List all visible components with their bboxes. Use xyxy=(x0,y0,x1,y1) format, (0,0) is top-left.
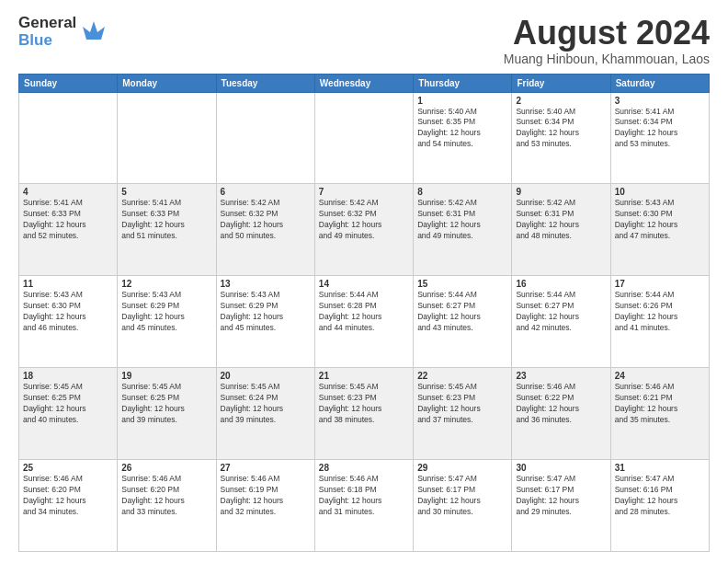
day-cell: 25Sunrise: 5:46 AM Sunset: 6:20 PM Dayli… xyxy=(19,460,118,552)
day-info: Sunrise: 5:43 AM Sunset: 6:29 PM Dayligh… xyxy=(121,290,211,334)
day-number: 1 xyxy=(417,96,507,106)
calendar-table: SundayMondayTuesdayWednesdayThursdayFrid… xyxy=(18,74,710,552)
day-number: 13 xyxy=(221,279,311,289)
day-number: 12 xyxy=(121,279,211,289)
day-info: Sunrise: 5:46 AM Sunset: 6:22 PM Dayligh… xyxy=(516,382,606,426)
day-number: 24 xyxy=(615,371,705,381)
day-info: Sunrise: 5:40 AM Sunset: 6:35 PM Dayligh… xyxy=(417,107,507,151)
day-info: Sunrise: 5:47 AM Sunset: 6:17 PM Dayligh… xyxy=(417,474,507,518)
day-info: Sunrise: 5:43 AM Sunset: 6:30 PM Dayligh… xyxy=(615,198,705,242)
day-cell: 4Sunrise: 5:41 AM Sunset: 6:33 PM Daylig… xyxy=(19,184,118,276)
day-number: 23 xyxy=(516,371,606,381)
day-info: Sunrise: 5:44 AM Sunset: 6:27 PM Dayligh… xyxy=(516,290,606,334)
col-header-wednesday: Wednesday xyxy=(314,74,413,92)
day-cell: 15Sunrise: 5:44 AM Sunset: 6:27 PM Dayli… xyxy=(414,276,512,368)
day-cell xyxy=(19,92,118,184)
day-info: Sunrise: 5:41 AM Sunset: 6:33 PM Dayligh… xyxy=(121,198,211,242)
day-info: Sunrise: 5:45 AM Sunset: 6:24 PM Dayligh… xyxy=(221,382,311,426)
day-info: Sunrise: 5:42 AM Sunset: 6:32 PM Dayligh… xyxy=(319,198,409,242)
week-row-5: 25Sunrise: 5:46 AM Sunset: 6:20 PM Dayli… xyxy=(19,460,710,552)
day-cell: 10Sunrise: 5:43 AM Sunset: 6:30 PM Dayli… xyxy=(610,184,709,276)
day-number: 17 xyxy=(615,279,705,289)
day-cell: 26Sunrise: 5:46 AM Sunset: 6:20 PM Dayli… xyxy=(118,460,216,552)
day-info: Sunrise: 5:47 AM Sunset: 6:16 PM Dayligh… xyxy=(615,474,705,518)
day-number: 29 xyxy=(417,463,507,473)
day-cell: 6Sunrise: 5:42 AM Sunset: 6:32 PM Daylig… xyxy=(216,184,314,276)
day-number: 10 xyxy=(615,187,705,197)
day-number: 20 xyxy=(221,371,311,381)
day-number: 11 xyxy=(23,279,113,289)
day-cell: 28Sunrise: 5:46 AM Sunset: 6:18 PM Dayli… xyxy=(314,460,413,552)
day-number: 3 xyxy=(615,96,705,106)
day-info: Sunrise: 5:40 AM Sunset: 6:34 PM Dayligh… xyxy=(516,107,606,151)
day-cell xyxy=(314,92,413,184)
day-cell: 29Sunrise: 5:47 AM Sunset: 6:17 PM Dayli… xyxy=(414,460,512,552)
day-cell: 31Sunrise: 5:47 AM Sunset: 6:16 PM Dayli… xyxy=(610,460,709,552)
day-number: 8 xyxy=(417,187,507,197)
day-number: 27 xyxy=(221,463,311,473)
day-info: Sunrise: 5:46 AM Sunset: 6:20 PM Dayligh… xyxy=(121,474,211,518)
day-cell: 14Sunrise: 5:44 AM Sunset: 6:28 PM Dayli… xyxy=(314,276,413,368)
day-info: Sunrise: 5:45 AM Sunset: 6:23 PM Dayligh… xyxy=(417,382,507,426)
day-number: 28 xyxy=(319,463,409,473)
week-row-3: 11Sunrise: 5:43 AM Sunset: 6:30 PM Dayli… xyxy=(19,276,710,368)
logo-blue: Blue xyxy=(18,32,76,50)
day-cell: 1Sunrise: 5:40 AM Sunset: 6:35 PM Daylig… xyxy=(414,92,512,184)
day-number: 9 xyxy=(516,187,606,197)
day-cell: 5Sunrise: 5:41 AM Sunset: 6:33 PM Daylig… xyxy=(118,184,216,276)
day-number: 31 xyxy=(615,463,705,473)
day-info: Sunrise: 5:45 AM Sunset: 6:25 PM Dayligh… xyxy=(121,382,211,426)
day-cell: 2Sunrise: 5:40 AM Sunset: 6:34 PM Daylig… xyxy=(512,92,610,184)
day-cell: 18Sunrise: 5:45 AM Sunset: 6:25 PM Dayli… xyxy=(19,368,118,460)
col-header-thursday: Thursday xyxy=(414,74,512,92)
title-block: August 2024 Muang Hinboun, Khammouan, La… xyxy=(504,15,710,66)
week-row-1: 1Sunrise: 5:40 AM Sunset: 6:35 PM Daylig… xyxy=(19,92,710,184)
day-info: Sunrise: 5:46 AM Sunset: 6:18 PM Dayligh… xyxy=(319,474,409,518)
day-number: 16 xyxy=(516,279,606,289)
day-number: 18 xyxy=(23,371,113,381)
day-info: Sunrise: 5:45 AM Sunset: 6:23 PM Dayligh… xyxy=(319,382,409,426)
day-info: Sunrise: 5:43 AM Sunset: 6:30 PM Dayligh… xyxy=(23,290,113,334)
day-cell: 24Sunrise: 5:46 AM Sunset: 6:21 PM Dayli… xyxy=(610,368,709,460)
day-cell: 22Sunrise: 5:45 AM Sunset: 6:23 PM Dayli… xyxy=(414,368,512,460)
day-info: Sunrise: 5:42 AM Sunset: 6:31 PM Dayligh… xyxy=(516,198,606,242)
day-number: 15 xyxy=(417,279,507,289)
day-cell: 7Sunrise: 5:42 AM Sunset: 6:32 PM Daylig… xyxy=(314,184,413,276)
day-cell: 17Sunrise: 5:44 AM Sunset: 6:26 PM Dayli… xyxy=(610,276,709,368)
day-info: Sunrise: 5:41 AM Sunset: 6:33 PM Dayligh… xyxy=(23,198,113,242)
location: Muang Hinboun, Khammouan, Laos xyxy=(504,52,710,66)
week-row-4: 18Sunrise: 5:45 AM Sunset: 6:25 PM Dayli… xyxy=(19,368,710,460)
day-number: 5 xyxy=(121,187,211,197)
col-header-tuesday: Tuesday xyxy=(216,74,314,92)
day-info: Sunrise: 5:41 AM Sunset: 6:34 PM Dayligh… xyxy=(615,107,705,151)
day-cell xyxy=(118,92,216,184)
day-info: Sunrise: 5:44 AM Sunset: 6:26 PM Dayligh… xyxy=(615,290,705,334)
month-title: August 2024 xyxy=(504,15,710,52)
day-cell xyxy=(216,92,314,184)
day-cell: 20Sunrise: 5:45 AM Sunset: 6:24 PM Dayli… xyxy=(216,368,314,460)
day-info: Sunrise: 5:42 AM Sunset: 6:32 PM Dayligh… xyxy=(221,198,311,242)
day-cell: 19Sunrise: 5:45 AM Sunset: 6:25 PM Dayli… xyxy=(118,368,216,460)
col-header-saturday: Saturday xyxy=(610,74,709,92)
col-header-friday: Friday xyxy=(512,74,610,92)
day-cell: 8Sunrise: 5:42 AM Sunset: 6:31 PM Daylig… xyxy=(414,184,512,276)
day-info: Sunrise: 5:42 AM Sunset: 6:31 PM Dayligh… xyxy=(417,198,507,242)
day-cell: 30Sunrise: 5:47 AM Sunset: 6:17 PM Dayli… xyxy=(512,460,610,552)
col-header-monday: Monday xyxy=(118,74,216,92)
day-info: Sunrise: 5:43 AM Sunset: 6:29 PM Dayligh… xyxy=(221,290,311,334)
week-row-2: 4Sunrise: 5:41 AM Sunset: 6:33 PM Daylig… xyxy=(19,184,710,276)
day-number: 14 xyxy=(319,279,409,289)
svg-marker-0 xyxy=(83,21,105,40)
logo-icon xyxy=(79,14,108,43)
logo: General Blue xyxy=(18,15,108,49)
day-cell: 27Sunrise: 5:46 AM Sunset: 6:19 PM Dayli… xyxy=(216,460,314,552)
day-cell: 11Sunrise: 5:43 AM Sunset: 6:30 PM Dayli… xyxy=(19,276,118,368)
day-info: Sunrise: 5:47 AM Sunset: 6:17 PM Dayligh… xyxy=(516,474,606,518)
day-number: 22 xyxy=(417,371,507,381)
day-cell: 3Sunrise: 5:41 AM Sunset: 6:34 PM Daylig… xyxy=(610,92,709,184)
day-number: 2 xyxy=(516,96,606,106)
day-cell: 23Sunrise: 5:46 AM Sunset: 6:22 PM Dayli… xyxy=(512,368,610,460)
day-info: Sunrise: 5:46 AM Sunset: 6:19 PM Dayligh… xyxy=(221,474,311,518)
day-number: 19 xyxy=(121,371,211,381)
day-info: Sunrise: 5:44 AM Sunset: 6:27 PM Dayligh… xyxy=(417,290,507,334)
